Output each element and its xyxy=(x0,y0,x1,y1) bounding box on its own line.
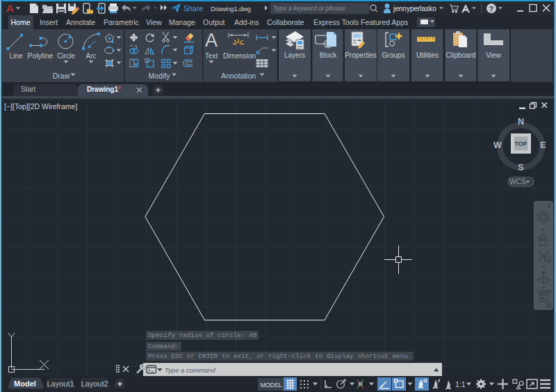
svg-text:E: E xyxy=(540,140,546,150)
svg-text:Layers: Layers xyxy=(284,51,305,59)
svg-text:Layout1: Layout1 xyxy=(47,379,74,388)
svg-text:Layout2: Layout2 xyxy=(81,379,108,388)
svg-text:Model: Model xyxy=(14,379,36,388)
svg-text:A: A xyxy=(6,2,14,14)
svg-text:Modify: Modify xyxy=(149,72,171,80)
svg-text:Type a keyword or phrase: Type a keyword or phrase xyxy=(273,5,345,12)
svg-text:N: N xyxy=(518,117,524,126)
svg-text:Line: Line xyxy=(10,52,23,60)
svg-text:Dimension: Dimension xyxy=(223,52,256,60)
svg-text:?: ? xyxy=(489,5,494,13)
svg-text:Utilities: Utilities xyxy=(416,51,439,59)
svg-text:Polyline: Polyline xyxy=(28,51,54,60)
svg-text:Share: Share xyxy=(183,4,203,13)
svg-text:jennyperlasko: jennyperlasko xyxy=(393,5,436,13)
svg-text:Annotation: Annotation xyxy=(221,72,256,80)
svg-text:S: S xyxy=(518,163,523,172)
svg-text:Drawing1.dwg: Drawing1.dwg xyxy=(211,5,251,13)
svg-text:Draw: Draw xyxy=(53,72,70,80)
svg-text:Groups: Groups xyxy=(382,51,405,59)
svg-text:View: View xyxy=(486,51,501,59)
svg-text:TOP: TOP xyxy=(515,140,528,147)
svg-text:Text: Text xyxy=(205,52,218,60)
svg-text:WCS: WCS xyxy=(509,178,526,186)
svg-text:W: W xyxy=(493,140,502,150)
svg-text:A: A xyxy=(205,30,218,51)
svg-text:Block: Block xyxy=(320,51,337,59)
svg-text:Circle: Circle xyxy=(57,52,75,60)
svg-text:Clipboard: Clipboard xyxy=(446,51,476,59)
svg-text:Arc: Arc xyxy=(86,52,97,60)
svg-text:Properties: Properties xyxy=(345,51,377,59)
svg-text:MODEL: MODEL xyxy=(261,382,282,389)
svg-text:Type a command: Type a command xyxy=(165,366,215,374)
svg-text:1:1: 1:1 xyxy=(455,380,466,389)
